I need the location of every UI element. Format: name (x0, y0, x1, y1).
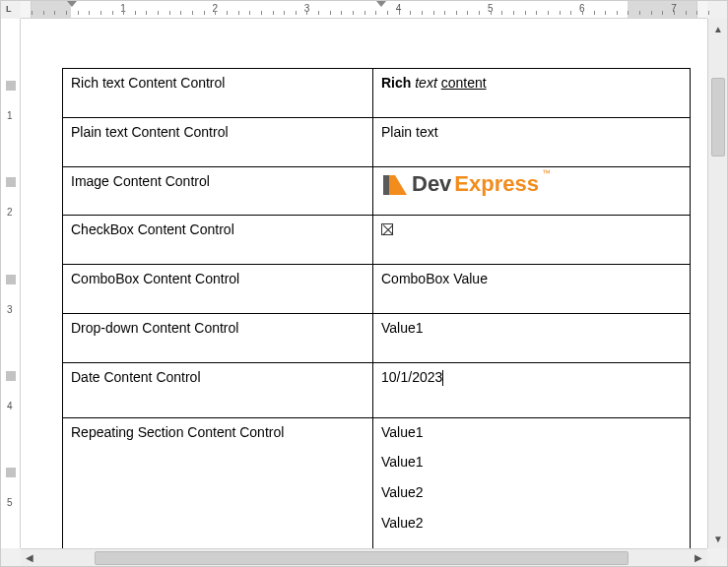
scroll-up-button[interactable]: ▲ (711, 22, 725, 35)
row-label: CheckBox Content Control (63, 216, 373, 265)
ruler-number: 3 (7, 303, 13, 314)
ruler-number: 2 (7, 207, 13, 218)
row-label: Drop-down Content Control (63, 313, 373, 362)
plain-text-value-cell[interactable]: Plain text (373, 117, 691, 166)
table-row: CheckBox Content Control (63, 216, 691, 265)
combobox-value: ComboBox Value (381, 271, 488, 286)
row-label: Rich text Content Control (63, 69, 373, 118)
row-label: Repeating Section Content Control (63, 417, 373, 548)
ruler-tab-indicator[interactable]: L (6, 4, 12, 14)
ruler-number: 4 (7, 400, 13, 410)
scroll-left-button[interactable]: ◀ (21, 551, 38, 565)
ruler-right-margin[interactable] (628, 1, 696, 18)
horizontal-scroll-thumb[interactable] (95, 551, 629, 565)
row-label: Image Content Control (63, 166, 373, 216)
hanging-indent-marker[interactable] (376, 1, 386, 7)
repeating-item: Value2 (381, 515, 682, 532)
document-viewport: Rich text Content Control Rich text cont… (21, 19, 707, 548)
scroll-down-button[interactable]: ▼ (711, 532, 725, 545)
rich-text-italic: text (415, 75, 437, 91)
row-label: Date Content Control (63, 362, 373, 417)
dropdown-value: Value1 (381, 320, 424, 336)
ruler-number: 1 (7, 110, 13, 121)
repeating-value-cell[interactable]: Value1 Value1 Value2 Value2 (373, 417, 691, 548)
image-value-cell[interactable]: DevExpress™ (373, 166, 691, 216)
combobox-value-cell[interactable]: ComboBox Value (373, 265, 691, 314)
repeating-item: Value2 (381, 484, 682, 501)
table-row: Image Content Control DevExpress™ (63, 166, 691, 216)
row-label: ComboBox Content Control (63, 265, 373, 314)
ruler-left-margin[interactable] (32, 1, 71, 18)
repeating-item: Value1 (381, 424, 682, 441)
text-cursor (442, 370, 443, 386)
devexpress-logo: DevExpress™ (381, 171, 682, 197)
vertical-ruler[interactable]: 12345 (1, 19, 21, 548)
devexpress-logo-icon (381, 171, 409, 197)
table-row: Plain text Content Control Plain text (63, 117, 691, 166)
table-row: ComboBox Content Control ComboBox Value (63, 265, 691, 314)
checkbox-value-cell[interactable] (373, 216, 691, 265)
content-controls-table: Rich text Content Control Rich text cont… (62, 68, 691, 548)
scroll-right-button[interactable]: ▶ (690, 551, 707, 565)
checkbox-checked-icon[interactable] (381, 223, 393, 235)
rich-text-underline: content (441, 75, 487, 91)
horizontal-scroll-track[interactable] (40, 551, 688, 565)
table-row: Repeating Section Content Control Value1… (63, 417, 691, 548)
date-value: 10/1/2023 (381, 369, 442, 385)
rich-text-value-cell[interactable]: Rich text content (373, 69, 691, 118)
table-row: Drop-down Content Control Value1 (63, 313, 691, 362)
date-value-cell[interactable]: 10/1/2023 (373, 362, 691, 417)
rich-text-bold: Rich (381, 75, 411, 91)
logo-express-text: Express (454, 171, 539, 197)
table-row: Rich text Content Control Rich text cont… (63, 69, 691, 118)
plain-text-value: Plain text (381, 124, 438, 140)
row-label: Plain text Content Control (63, 117, 373, 166)
logo-trademark: ™ (542, 168, 551, 179)
dropdown-value-cell[interactable]: Value1 (373, 313, 691, 362)
document-page[interactable]: Rich text Content Control Rich text cont… (21, 19, 707, 548)
logo-dev-text: Dev (412, 171, 451, 197)
horizontal-ruler[interactable]: L 1234567 (21, 1, 707, 19)
first-line-indent-marker[interactable] (67, 1, 77, 7)
horizontal-scrollbar[interactable]: ◀ ▶ (21, 548, 707, 566)
vertical-scrollbar[interactable]: ▲ ▼ (707, 19, 727, 548)
repeating-item: Value1 (381, 454, 682, 471)
vertical-scroll-thumb[interactable] (711, 78, 725, 157)
table-row: Date Content Control 10/1/2023 (63, 362, 691, 417)
ruler-number: 5 (7, 496, 13, 507)
